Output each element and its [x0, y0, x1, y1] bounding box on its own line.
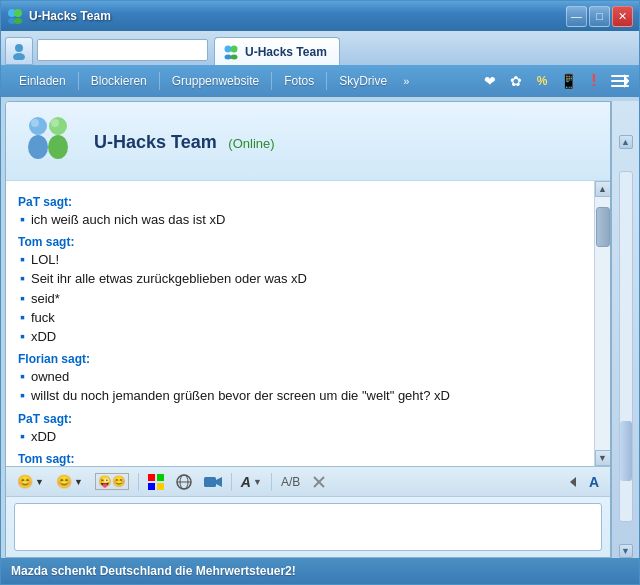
font-a-icon: A [589, 474, 599, 490]
invite-button[interactable]: Einladen [9, 70, 76, 92]
emoji2-icon: 😊 [56, 474, 72, 489]
format-icon: A/B [281, 475, 300, 489]
toolbar-right-icons: ❤ ✿ % 📱 ! [479, 70, 631, 92]
list-item: ▪ fuck [18, 309, 582, 327]
side-scroll-down[interactable]: ▼ [619, 544, 633, 558]
svg-point-15 [28, 135, 48, 159]
group-website-button[interactable]: Gruppenwebsite [162, 70, 269, 92]
list-item: ▪ Seit ihr alle etwas zurückgeblieben od… [18, 270, 582, 288]
back-icon [566, 475, 580, 489]
svg-rect-23 [157, 483, 164, 490]
search-input[interactable] [37, 39, 208, 61]
toolbar-more-button[interactable]: » [397, 73, 415, 89]
messages-area: PaT sagt: ▪ ich weiß auch nich was das i… [6, 181, 610, 466]
percent-icon[interactable]: % [531, 70, 553, 92]
group-info: U-Hacks Team (Online) [94, 132, 275, 153]
message-text: owned [31, 368, 69, 386]
font-button[interactable]: A ▼ [238, 472, 265, 492]
svg-marker-28 [216, 477, 222, 487]
chat-scrollbar: ▲ ▼ [594, 181, 610, 466]
side-scroll-up[interactable]: ▲ [619, 135, 633, 149]
chat-messages[interactable]: PaT sagt: ▪ ich weiß auch nich was das i… [6, 181, 594, 466]
tab-icon [223, 44, 239, 60]
color-button[interactable] [145, 472, 167, 492]
group-avatar-svg [20, 112, 80, 172]
toolbar-separator-4 [326, 72, 327, 90]
menu-icon[interactable] [609, 70, 631, 92]
list-item: ▪ willst du noch jemanden grüßen bevor d… [18, 387, 582, 405]
user-icon-tab[interactable] [5, 37, 33, 65]
toolbar-separator-3 [271, 72, 272, 90]
svg-point-16 [49, 117, 67, 135]
erase-button[interactable] [309, 473, 329, 491]
group-avatar [20, 112, 80, 172]
emoji2-button[interactable]: 😊 ▼ [53, 472, 86, 491]
input-sep-2 [231, 473, 232, 491]
skydrive-button[interactable]: SkyDrive [329, 70, 397, 92]
status-text: Mazda schenkt Deutschland die Mehrwertst… [11, 564, 296, 578]
toolbar-separator-2 [159, 72, 160, 90]
list-item: ▪ xDD [18, 428, 582, 446]
minimize-button[interactable]: — [566, 6, 587, 27]
photos-button[interactable]: Fotos [274, 70, 324, 92]
message-input[interactable] [14, 503, 602, 551]
message-text: Seit ihr alle etwas zurückgeblieben oder… [31, 270, 307, 288]
heart-icon[interactable]: ❤ [479, 70, 501, 92]
svg-rect-12 [611, 85, 629, 87]
bullet-icon: ▪ [20, 251, 25, 268]
format-button[interactable]: A/B [278, 473, 303, 491]
bullet-icon: ▪ [20, 211, 25, 228]
input-toolbar-right: A [563, 472, 602, 492]
status-bar: Mazda schenkt Deutschland die Mehrwertst… [1, 558, 639, 584]
bullet-icon: ▪ [20, 290, 25, 307]
phone-icon[interactable]: 📱 [557, 70, 579, 92]
tab-label: U-Hacks Team [245, 45, 327, 59]
maximize-button[interactable]: □ [589, 6, 610, 27]
svg-point-9 [231, 54, 238, 59]
scroll-up-arrow[interactable]: ▲ [595, 181, 611, 197]
input-sep-1 [138, 473, 139, 491]
back-button[interactable] [563, 472, 583, 492]
sender-pat-2: PaT sagt: [18, 412, 582, 426]
emoji-button[interactable]: 😊 ▼ [14, 472, 47, 491]
web-button[interactable] [173, 472, 195, 492]
input-sep-3 [271, 473, 272, 491]
list-item: ▪ LOL! [18, 251, 582, 269]
close-button[interactable]: ✕ [612, 6, 633, 27]
font-size-label: ▼ [253, 477, 262, 487]
group-name: U-Hacks Team [94, 132, 217, 152]
svg-point-8 [225, 54, 232, 59]
block-button[interactable]: Blockieren [81, 70, 157, 92]
message-text: seid* [31, 290, 60, 308]
scroll-down-arrow[interactable]: ▼ [595, 450, 611, 466]
side-scroll-track[interactable] [619, 171, 633, 522]
emoji3-icon: 😜😊 [95, 473, 129, 490]
active-tab[interactable]: U-Hacks Team [214, 37, 340, 65]
emoji-icon: 😊 [17, 474, 33, 489]
svg-point-18 [31, 119, 39, 127]
color-grid-icon [148, 474, 164, 490]
camera-button[interactable] [201, 473, 225, 491]
scroll-track[interactable] [595, 197, 610, 450]
scroll-thumb[interactable] [596, 207, 610, 247]
erase-icon [312, 475, 326, 489]
bullet-icon: ▪ [20, 309, 25, 326]
group-status: (Online) [228, 136, 274, 151]
svg-point-17 [48, 135, 68, 159]
sender-florian-1: Florian sagt: [18, 352, 582, 366]
svg-marker-31 [570, 477, 576, 487]
svg-rect-27 [204, 477, 216, 487]
alert-icon[interactable]: ! [583, 70, 605, 92]
sender-pat-1: PaT sagt: [18, 195, 582, 209]
font-style-button[interactable]: A [586, 472, 602, 492]
list-item: ▪ seid* [18, 290, 582, 308]
side-panel: Die g Kont ▲ ▼ [611, 101, 639, 558]
flower-icon[interactable]: ✿ [505, 70, 527, 92]
message-text: ich weiß auch nich was das ist xD [31, 211, 225, 229]
emoji3-button[interactable]: 😜😊 [92, 471, 132, 492]
message-text: fuck [31, 309, 55, 327]
svg-rect-21 [157, 474, 164, 481]
title-bar: U-Hacks Team — □ ✕ [1, 1, 639, 31]
camera-icon [204, 475, 222, 489]
side-scroll-thumb[interactable] [620, 421, 632, 481]
